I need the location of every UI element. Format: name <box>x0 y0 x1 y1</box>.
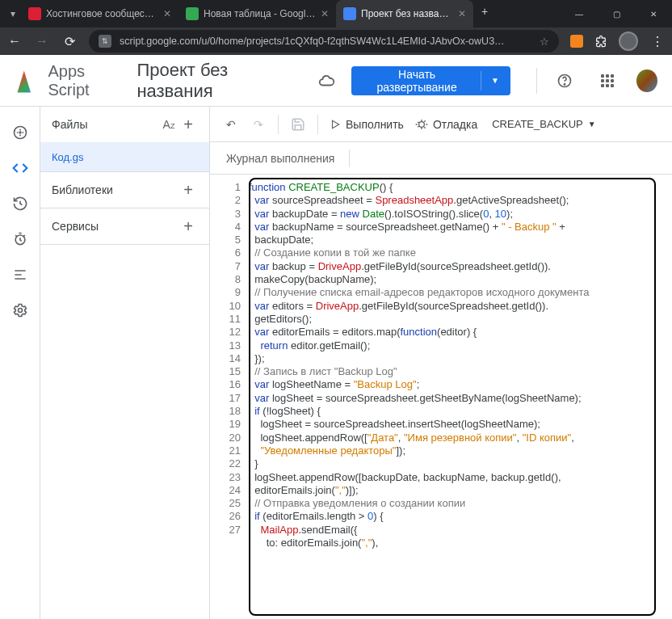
rail-triggers-button[interactable] <box>4 223 36 255</box>
execution-log-button[interactable]: Журнал выполнения <box>226 152 334 165</box>
svg-point-3 <box>19 132 21 133</box>
rail-executions-button[interactable] <box>4 259 36 291</box>
browser-menu-button[interactable]: ⋮ <box>649 34 666 49</box>
tab-title: Новая таблица - Google Т <box>204 8 316 19</box>
close-icon[interactable]: ✕ <box>458 8 466 19</box>
project-title[interactable]: Проект без названия <box>136 60 295 102</box>
maximize-button[interactable]: ▢ <box>598 0 635 27</box>
extensions-button[interactable] <box>594 35 607 48</box>
caret-down-icon: ▼ <box>491 76 499 85</box>
debug-button[interactable]: Отладка <box>412 111 481 138</box>
undo-button[interactable]: ↶ <box>220 111 242 138</box>
back-button[interactable]: ← <box>6 34 23 48</box>
rail-editor-button[interactable] <box>4 152 36 184</box>
file-item-label: Код.gs <box>52 151 83 163</box>
deploy-button[interactable]: Начать развертывание ▼ <box>351 66 510 95</box>
close-icon[interactable]: ✕ <box>321 8 329 19</box>
function-select[interactable]: CREATE_BACKUP ▼ <box>485 118 602 130</box>
files-header: Файлы AZ + <box>40 107 209 142</box>
function-select-label: CREATE_BACKUP <box>492 118 582 130</box>
new-tab-button[interactable]: + <box>473 0 496 23</box>
save-button[interactable] <box>287 111 309 138</box>
add-library-button[interactable]: + <box>178 181 198 200</box>
tab-favicon <box>343 7 356 20</box>
run-button-label: Выполнить <box>346 118 404 131</box>
apps-script-logo <box>13 69 36 93</box>
profile-button[interactable] <box>619 32 638 51</box>
cloud-status-icon <box>317 72 335 90</box>
minimize-button[interactable]: — <box>561 0 598 27</box>
tab-2[interactable]: Проект без названия - Ре ✕ <box>336 0 473 27</box>
add-file-button[interactable]: + <box>178 116 198 134</box>
tabbar-dropdown-icon[interactable]: ▾ <box>5 6 21 22</box>
tab-favicon <box>28 7 41 20</box>
services-header-label: Сервисы <box>52 220 99 233</box>
line-gutter: 1234567891011121314151617181920212223242… <box>216 181 249 613</box>
extension-metamask-icon[interactable] <box>570 35 583 48</box>
files-header-label: Файлы <box>52 118 87 131</box>
run-button[interactable]: Выполнить <box>326 111 407 138</box>
code-editor[interactable]: 1234567891011121314151617181920212223242… <box>216 181 654 613</box>
tab-0[interactable]: Хостинговое сообщество ✕ <box>21 0 178 27</box>
tab-title: Проект без названия - Ре <box>361 8 453 19</box>
libraries-header-label: Библиотеки <box>52 183 113 196</box>
forward-button[interactable]: → <box>34 34 50 48</box>
deploy-button-label: Начать развертывание <box>363 68 471 94</box>
tab-1[interactable]: Новая таблица - Google Т ✕ <box>178 0 336 27</box>
close-icon[interactable]: ✕ <box>163 8 171 19</box>
svg-point-1 <box>565 83 565 84</box>
reload-button[interactable]: ⟳ <box>61 34 78 49</box>
debug-button-label: Отладка <box>433 118 477 131</box>
rail-overview-button[interactable] <box>4 116 36 149</box>
close-window-button[interactable]: ✕ <box>635 0 672 27</box>
file-item[interactable]: Код.gs <box>40 142 209 171</box>
tab-title: Хостинговое сообщество <box>46 8 158 19</box>
url-box[interactable]: ⇅ script.google.com/u/0/home/projects/1c… <box>89 30 559 53</box>
rail-history-button[interactable] <box>4 187 36 220</box>
help-button[interactable] <box>550 65 580 97</box>
app-name: Apps Script <box>48 62 124 99</box>
svg-point-5 <box>18 309 22 313</box>
bookmark-star-icon[interactable]: ☆ <box>540 36 549 48</box>
url-text: script.google.com/u/0/home/projects/1cQX… <box>120 36 531 47</box>
libraries-header: Библиотеки + <box>40 172 209 208</box>
code-lines[interactable]: function CREATE_BACKUP() { var sourceSpr… <box>249 181 654 613</box>
account-avatar[interactable] <box>635 68 659 94</box>
rail-settings-button[interactable] <box>4 294 36 326</box>
apps-grid-button[interactable] <box>593 65 623 97</box>
sort-files-button[interactable]: AZ <box>159 118 178 131</box>
caret-down-icon: ▼ <box>588 120 596 128</box>
site-info-icon[interactable]: ⇅ <box>99 35 111 48</box>
browser-tabs: Хостинговое сообщество ✕ Новая таблица -… <box>21 0 561 27</box>
tab-favicon <box>186 7 199 20</box>
services-header: Сервисы + <box>40 208 209 244</box>
add-service-button[interactable]: + <box>178 217 198 236</box>
redo-button[interactable]: ↷ <box>247 111 270 138</box>
svg-point-6 <box>419 121 425 127</box>
